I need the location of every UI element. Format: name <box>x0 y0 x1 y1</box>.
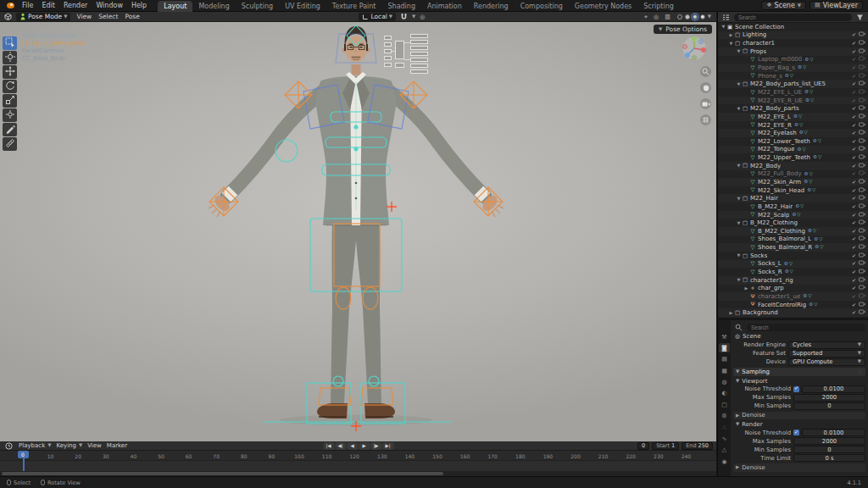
checkbox-toggle-icon[interactable]: ✔ <box>852 204 856 209</box>
zoom-icon[interactable] <box>700 66 711 77</box>
outliner-row-m22-eye-l-11[interactable]: ▽M22_EYE_L⚙▽✔ <box>718 113 868 121</box>
checkbox-toggle-icon[interactable]: ✔ <box>852 90 856 95</box>
properties-tab-object[interactable]: ▢ <box>719 400 730 409</box>
disclosure-open-icon[interactable]: ▼ <box>736 107 742 111</box>
disclosure-open-icon[interactable]: ▼ <box>736 278 742 282</box>
render-camera-toggle-icon[interactable] <box>859 154 865 161</box>
timeline-scrollbar-handle[interactable] <box>2 472 443 475</box>
frame-end-field[interactable]: End 250 <box>682 442 713 450</box>
checkbox-toggle-icon[interactable]: ✔ <box>852 74 856 79</box>
pan-hand-icon[interactable] <box>700 82 711 93</box>
properties-breadcrumb[interactable]: ◍ Scene <box>733 332 865 341</box>
rig-picker-box-7[interactable] <box>395 63 404 68</box>
outliner-row-lighting-1[interactable]: ▶▢Lighting✔ <box>718 31 868 40</box>
disclosure-closed-icon[interactable]: ▶ <box>743 286 749 291</box>
render-camera-toggle-icon[interactable] <box>859 203 865 210</box>
workspace-tab-layout[interactable]: Layout <box>158 1 192 12</box>
rig-picker-box-14[interactable] <box>410 69 428 74</box>
disclosure-open-icon[interactable]: ▼ <box>728 42 734 46</box>
render-camera-toggle-icon[interactable] <box>859 56 865 63</box>
workspace-tab-rendering[interactable]: Rendering <box>468 1 515 12</box>
timeline-editor-icon[interactable] <box>3 441 14 450</box>
camera-view-icon[interactable] <box>700 98 711 109</box>
material-preview-shading-icon[interactable] <box>693 14 698 19</box>
checkbox-toggle-icon[interactable]: ✔ <box>852 310 856 315</box>
render-camera-toggle-icon[interactable] <box>859 146 865 152</box>
timeline-menu-view[interactable]: View <box>85 442 104 449</box>
view-layer-selector[interactable]: ▤ ViewLayer <box>810 1 863 10</box>
previous-keyframe-button[interactable]: ◀| <box>335 442 346 450</box>
dropdown-field-render-engine[interactable]: Cycles▼ <box>788 341 865 349</box>
checkbox-toggle-icon[interactable]: ✔ <box>852 196 856 201</box>
render-camera-toggle-icon[interactable] <box>859 244 865 251</box>
menu-edit[interactable]: Edit <box>37 0 59 12</box>
current-frame-field[interactable]: 0 <box>637 442 649 450</box>
properties-tab-render[interactable]: ◙ <box>719 343 730 352</box>
checkbox-toggle-icon[interactable]: ✔ <box>852 302 856 308</box>
outliner-search-input[interactable] <box>734 14 852 21</box>
timeline-body[interactable]: 1020304050607080901001101201301401501601… <box>0 451 716 471</box>
wireframe-shading-icon[interactable] <box>677 14 682 19</box>
viewport-menu-view[interactable]: View <box>73 13 95 20</box>
render-camera-toggle-icon[interactable] <box>859 31 865 38</box>
collapsed-section-denoise-14[interactable]: ▶Denoise <box>733 463 865 472</box>
outliner-row-phone-s-6[interactable]: ▽Phone_s⚙▽✔ <box>718 72 868 80</box>
render-camera-toggle-icon[interactable] <box>859 236 865 242</box>
outliner-row-char-grp-32[interactable]: ▶+char_grp✔ <box>718 285 868 293</box>
outliner-row-socks-r-30[interactable]: ▽Socks_R⚙▽✔ <box>718 268 868 276</box>
disclosure-open-icon[interactable]: ▼ <box>736 221 742 225</box>
disclosure-closed-icon[interactable]: ▶ <box>728 33 734 37</box>
checkbox-toggle-icon[interactable]: ✔ <box>852 286 856 291</box>
editor-type-icon[interactable] <box>3 13 14 21</box>
next-keyframe-button[interactable]: |▶ <box>370 442 381 450</box>
checkbox-toggle-icon[interactable]: ✔ <box>852 155 856 160</box>
outliner-row-shoes-balmoral-l-26[interactable]: ▽Shoes_Balmoral_L⚙▽✔ <box>718 236 868 244</box>
outliner-row-shoes-balmoral-r-27[interactable]: ▽Shoes_Balmoral_R⚙▽✔ <box>718 243 868 252</box>
dropdown-field-feature-set[interactable]: Supported▼ <box>788 350 865 358</box>
checkbox-toggle-icon[interactable]: ✔ <box>852 57 856 62</box>
properties-tab-output[interactable]: ▤ <box>719 355 730 364</box>
render-camera-toggle-icon[interactable] <box>859 130 865 136</box>
value-field-max-samples[interactable]: 2000 <box>793 394 865 402</box>
playhead[interactable]: 0 <box>23 451 25 471</box>
outliner-row-socks-l-29[interactable]: ▽Socks_L⚙▽✔ <box>718 260 868 269</box>
outliner-row-background-35[interactable]: ▶▢Background✔ <box>718 308 868 317</box>
properties-tab-view-layer[interactable]: ▦ <box>719 366 730 375</box>
render-camera-toggle-icon[interactable] <box>859 105 865 112</box>
outliner-row-m22-full-body-18[interactable]: ▽M22_Full_Body⚙▽✔ <box>718 170 868 179</box>
jump-to-end-button[interactable]: ▶| <box>382 442 393 450</box>
tool-cursor[interactable] <box>3 51 17 64</box>
tool-tweak-select[interactable] <box>3 36 17 50</box>
mode-selector[interactable]: Pose Mode ▼ <box>16 13 70 21</box>
properties-tab-world[interactable]: ◐ <box>719 389 730 398</box>
outliner-row-m22-body-parts-10[interactable]: ▼▢M22_Body_parts✔ <box>718 104 868 113</box>
render-camera-toggle-icon[interactable] <box>859 195 865 202</box>
outliner-row-m22-body-parts-list-ue5-7[interactable]: ▼▢M22_Body_parts_list_UE5✔ <box>718 80 868 88</box>
value-field-max-samples[interactable]: 2000 <box>793 437 865 445</box>
render-camera-toggle-icon[interactable] <box>859 64 865 71</box>
rig-picker-box-6[interactable] <box>395 41 404 59</box>
outliner-row-m22-tongue-15[interactable]: ▽M22_Tongue⚙▽✔ <box>718 146 868 154</box>
menu-window[interactable]: Window <box>92 0 127 12</box>
disclosure-open-icon[interactable]: ▼ <box>736 49 742 53</box>
value-field-noise-threshold[interactable]: 0.0100 <box>802 385 865 393</box>
checkbox-toggle-icon[interactable]: ✔ <box>852 253 856 258</box>
timeline-editor[interactable]: Playback▼Keying▼ViewMarker |◀◀|◀▶|▶▶| 0 … <box>0 441 716 476</box>
checkbox-toggle-icon[interactable]: ✔ <box>852 229 856 234</box>
tool-rotate[interactable] <box>3 80 17 93</box>
workspace-tab-sculpting[interactable]: Sculpting <box>236 1 279 12</box>
tool-move[interactable] <box>3 65 17 79</box>
rig-picker-box-5[interactable] <box>384 63 392 67</box>
rig-picker-box-12[interactable] <box>410 58 428 62</box>
outliner-row-character1-ue-33[interactable]: Ψcharacter1_ue⚙▽✔ <box>718 292 868 301</box>
value-field-min-samples[interactable]: 0 <box>793 402 865 410</box>
ortho-grid-icon[interactable] <box>700 114 711 125</box>
viewport-menu-pose[interactable]: Pose <box>121 13 142 20</box>
workspace-tab-shading[interactable]: Shading <box>381 1 421 12</box>
disclosure-open-icon[interactable]: ▼ <box>736 164 742 168</box>
render-camera-toggle-icon[interactable] <box>859 40 865 47</box>
value-field-min-samples[interactable]: 0 <box>793 446 865 453</box>
rig-layers-overlay[interactable] <box>383 34 432 90</box>
outliner-row-b-m22-clothing-24[interactable]: ▼▢B_M22_Clothing✔ <box>718 219 868 227</box>
checkbox-toggle-icon[interactable]: ✔ <box>852 171 856 176</box>
